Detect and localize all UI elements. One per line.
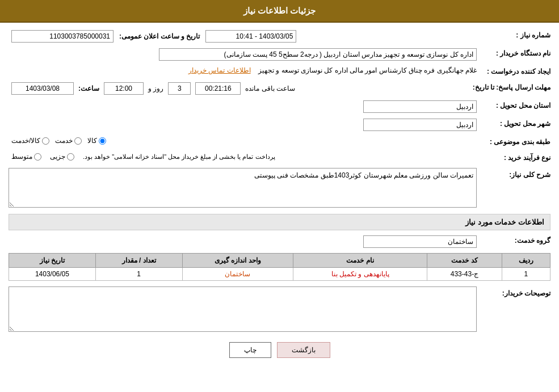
- description-textarea[interactable]: تعمیرات سالن ورزشی معلم شهرستان کوثر1403…: [9, 168, 477, 208]
- category-label: طبقه بندی موضوعی :: [477, 135, 550, 149]
- buyer-org-label: نام دستگاه خریدار :: [477, 47, 550, 60]
- cell-unit-1: ساختمان: [182, 268, 293, 281]
- cell-date-1: 1403/06/05: [9, 268, 96, 281]
- category-option3-label: کالا/خدمت: [11, 137, 40, 145]
- back-button[interactable]: بازگشت: [277, 342, 330, 358]
- page-header: جزئیات اطلاعات نیاز: [0, 0, 559, 23]
- category-radio-1[interactable]: [99, 137, 106, 145]
- province-content: اردبیل: [9, 99, 477, 115]
- service-group-value: ساختمان: [363, 235, 477, 248]
- purchase-option-2: متوسط: [11, 153, 41, 161]
- timer-row: 1403/03/08 ساعت: 12:00 روز و 3 00:21:16 …: [11, 82, 473, 95]
- col-header-unit: واحد اندازه گیری: [182, 254, 293, 268]
- deadline-remaining: 00:21:16: [195, 82, 241, 95]
- table-row: 1 ج-43-433 پایانهدهی و تکمیل بنا ساختمان…: [9, 268, 550, 281]
- category-option2-label: خدمت: [55, 137, 73, 145]
- purchase-type-row: متوسط جزیی پرداخت تمام یا بخشی از مبلغ خ…: [11, 153, 477, 161]
- row-deadline: مهلت ارسال پاسخ: تا تاریخ: 1403/03/08 سا…: [9, 81, 550, 96]
- purchase-radio-2[interactable]: [34, 153, 41, 161]
- need-number-label: شماره نیاز :: [477, 28, 550, 42]
- row-city: شهر محل تحویل : اردبیل: [9, 117, 550, 133]
- deadline-time: 12:00: [104, 82, 144, 95]
- buyer-description-content: [9, 286, 477, 334]
- city-value: اردبیل: [363, 119, 477, 131]
- row-service-group: گروه خدمت: ساختمان: [9, 234, 550, 250]
- category-option-2: خدمت: [55, 137, 82, 145]
- row-creator: ایجاد کننده درخواست : غلام جهانگیری فره …: [9, 65, 550, 78]
- creator-label: ایجاد کننده درخواست :: [477, 65, 550, 78]
- row-need-number: شماره نیاز : 1103003785000031 تاریخ و سا…: [9, 28, 550, 44]
- purchase-option1-label: جزیی: [50, 153, 65, 161]
- buyer-org-content: اداره کل نوسازی توسعه و تجهیز مدارس استا…: [9, 47, 477, 62]
- service-group-content: ساختمان: [9, 234, 477, 250]
- deadline-day-label: روز و: [148, 85, 163, 92]
- buyer-description-label: توصیحات خریدار:: [477, 286, 550, 297]
- category-option1-label: کالا: [87, 137, 97, 145]
- col-header-row: ردیف: [502, 254, 550, 268]
- purchase-type-label: نوع فرآیند خرید :: [477, 151, 550, 165]
- category-radio-group: کالا/خدمت خدمت کالا: [11, 137, 477, 145]
- services-table: ردیف کد خدمت نام خدمت واحد اندازه گیری ت…: [9, 253, 550, 281]
- buyer-org-value: اداره کل نوسازی توسعه و تجهیز مدارس استا…: [159, 48, 477, 61]
- announce-datetime-value: 1403/03/05 - 10:41: [205, 30, 296, 43]
- cell-row-1: 1: [502, 268, 550, 281]
- need-number-value: 1103003785000031: [11, 30, 114, 43]
- need-number-content: 1103003785000031 تاریخ و ساعت اعلان عموم…: [9, 28, 477, 44]
- purchase-note: پرداخت تمام یا بخشی از مبلغ خریداز محل "…: [83, 153, 275, 161]
- row-buyer-org: نام دستگاه خریدار : اداره کل نوسازی توسع…: [9, 47, 550, 62]
- col-header-quantity: تعداد / مقدار: [95, 254, 182, 268]
- category-radio-2[interactable]: [74, 137, 82, 145]
- page-container: جزئیات اطلاعات نیاز شماره نیاز : 1103003…: [0, 0, 559, 392]
- creator-value: غلام جهانگیری فره چناق کارشناس امور مالی…: [258, 66, 477, 74]
- purchase-radio-1[interactable]: [67, 153, 74, 161]
- category-option-1: کالا: [87, 137, 106, 145]
- row-purchase-type: نوع فرآیند خرید : متوسط جزیی پرداخت تمام…: [9, 151, 550, 165]
- services-section-label: اطلاعات خدمات مورد نیاز: [465, 218, 544, 226]
- col-header-date: تاریخ نیاز: [9, 254, 96, 268]
- row-buyer-description: توصیحات خریدار:: [9, 286, 550, 334]
- description-content: تعمیرات سالن ورزشی معلم شهرستان کوثر1403…: [9, 168, 477, 209]
- deadline-date: 1403/03/08: [11, 82, 74, 95]
- purchase-option2-label: متوسط: [11, 153, 32, 161]
- row-category: طبقه بندی موضوعی : کالا/خدمت خدمت کالا: [9, 135, 550, 149]
- cell-code-1: ج-43-433: [427, 268, 502, 281]
- services-section-title: اطلاعات خدمات مورد نیاز: [9, 214, 550, 230]
- main-content: شماره نیاز : 1103003785000031 تاریخ و سا…: [0, 23, 559, 372]
- deadline-label: مهلت ارسال پاسخ: تا تاریخ:: [473, 81, 550, 94]
- contact-link[interactable]: اطلاعات تماس خریدار: [188, 66, 251, 74]
- category-radio-3[interactable]: [42, 137, 49, 145]
- cell-name-1: پایانهدهی و تکمیل بنا: [293, 268, 427, 281]
- creator-content: غلام جهانگیری فره چناق کارشناس امور مالی…: [9, 65, 477, 76]
- purchase-option-1: جزیی: [50, 153, 74, 161]
- button-container: بازگشت چاپ: [9, 342, 550, 358]
- purchase-type-content: متوسط جزیی پرداخت تمام یا بخشی از مبلغ خ…: [9, 151, 477, 162]
- city-content: اردبیل: [9, 117, 477, 133]
- province-label: استان محل تحویل :: [477, 99, 550, 112]
- buyer-description-textarea[interactable]: [9, 286, 477, 332]
- category-option-3: کالا/خدمت: [11, 137, 49, 145]
- col-header-name: نام خدمت: [293, 254, 427, 268]
- description-label: شرح کلی نیاز:: [477, 168, 550, 179]
- province-value: اردبیل: [363, 100, 477, 113]
- deadline-content: 1403/03/08 ساعت: 12:00 روز و 3 00:21:16 …: [9, 81, 473, 96]
- row-province: استان محل تحویل : اردبیل: [9, 99, 550, 115]
- deadline-remaining-label: ساعت باقی مانده: [245, 85, 295, 92]
- row-description: شرح کلی نیاز: تعمیرات سالن ورزشی معلم شه…: [9, 168, 550, 209]
- header-title: جزئیات اطلاعات نیاز: [243, 6, 316, 15]
- cell-quantity-1: 1: [95, 268, 182, 281]
- col-header-code: کد خدمت: [427, 254, 502, 268]
- announce-datetime-label: تاریخ و ساعت اعلان عمومی:: [119, 32, 200, 40]
- service-group-label: گروه خدمت:: [477, 234, 550, 247]
- deadline-time-label: ساعت:: [78, 85, 99, 92]
- deadline-days: 3: [168, 82, 191, 95]
- city-label: شهر محل تحویل :: [477, 117, 550, 130]
- category-content: کالا/خدمت خدمت کالا: [9, 135, 477, 146]
- print-button[interactable]: چاپ: [229, 342, 271, 358]
